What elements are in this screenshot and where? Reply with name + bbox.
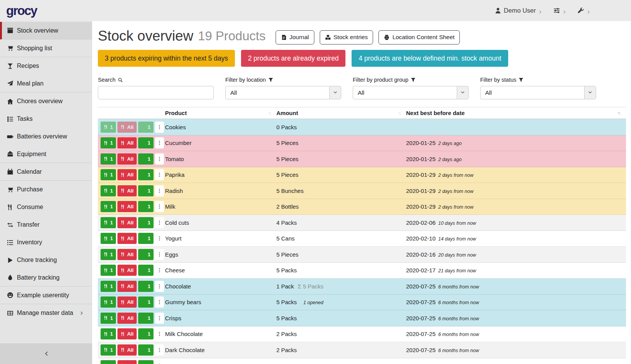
row-menu-button[interactable] (155, 233, 164, 244)
row-menu-button[interactable] (155, 153, 164, 165)
open-one-button[interactable]: 1 (138, 360, 154, 364)
consume-all-button[interactable]: All (117, 169, 137, 180)
location-select[interactable]: All (225, 86, 341, 99)
consume-all-button[interactable]: All (117, 153, 137, 165)
below-min-stock-banner[interactable]: 4 products are below defined min. stock … (352, 50, 508, 67)
row-menu-button[interactable] (155, 281, 164, 292)
sidebar-collapse-button[interactable] (0, 343, 92, 364)
sidebar-item-recipes[interactable]: Recipes (0, 57, 92, 75)
open-one-button[interactable]: 1 (138, 296, 154, 308)
search-input[interactable] (98, 86, 214, 99)
sidebar-item-chore-tracking[interactable]: Chore tracking (0, 251, 92, 269)
open-one-button[interactable]: 1 (138, 313, 154, 324)
sidebar-item-batteries-overview[interactable]: Batteries overview (0, 128, 92, 145)
open-one-button[interactable]: 1 (138, 233, 154, 244)
user-menu[interactable]: Demo User (495, 7, 543, 14)
expired-banner[interactable]: 2 products are already expired (241, 50, 345, 67)
sidebar-item-shopping-list[interactable]: Shopping list (0, 40, 92, 57)
row-menu-button[interactable] (155, 328, 164, 339)
product-name: Chocolate (165, 283, 276, 290)
consume-one-button[interactable]: 1 (101, 201, 116, 212)
row-menu-button[interactable] (155, 360, 164, 364)
row-menu-button[interactable] (155, 122, 164, 133)
consume-one-button[interactable]: 1 (101, 313, 116, 324)
open-one-button[interactable]: 1 (138, 265, 154, 276)
consume-one-button[interactable]: 1 (101, 265, 116, 276)
open-one-button[interactable]: 1 (138, 281, 154, 292)
consume-all-button[interactable]: All (117, 137, 137, 148)
best-before-column-header[interactable]: Next best before date ↑↓ (406, 107, 626, 119)
open-one-button[interactable]: 1 (138, 201, 154, 212)
open-one-button[interactable]: 1 (138, 344, 154, 356)
product-group-select[interactable]: All (353, 86, 469, 99)
consume-one-button[interactable]: 1 (101, 153, 116, 165)
open-one-button[interactable]: 1 (138, 185, 154, 196)
consume-all-button[interactable]: All (117, 201, 137, 212)
sidebar-item-transfer[interactable]: Transfer (0, 216, 92, 234)
consume-one-button[interactable]: 1 (101, 249, 116, 260)
sidebar-item-manage-master-data[interactable]: Manage master data (0, 304, 92, 322)
open-one-button[interactable]: 1 (138, 169, 154, 180)
sidebar-item-purchase[interactable]: Purchase (0, 181, 92, 198)
consume-all-button[interactable]: All (117, 281, 137, 292)
consume-all-button[interactable]: All (117, 360, 137, 364)
consume-one-button[interactable]: 1 (101, 344, 116, 356)
consume-all-button[interactable]: All (117, 217, 137, 228)
consume-all-button[interactable]: All (117, 265, 137, 276)
status-select[interactable]: All (480, 86, 596, 99)
consume-one-button[interactable]: 1 (101, 328, 116, 339)
consume-one-button[interactable]: 1 (101, 217, 116, 228)
consume-all-button[interactable]: All (117, 296, 137, 308)
consume-one-button[interactable]: 1 (101, 122, 116, 133)
consume-all-button[interactable]: All (117, 185, 137, 196)
open-one-button[interactable]: 1 (138, 217, 154, 228)
consume-all-button[interactable]: All (117, 328, 137, 339)
settings-menu[interactable] (553, 7, 567, 14)
open-one-button[interactable]: 1 (138, 249, 154, 260)
row-menu-button[interactable] (155, 265, 164, 276)
stock-entries-button[interactable]: Stock entries (320, 30, 373, 44)
product-column-header[interactable]: Product ↑↓ (165, 107, 276, 119)
row-menu-button[interactable] (155, 137, 164, 148)
row-menu-button[interactable] (155, 296, 164, 308)
consume-one-button[interactable]: 1 (101, 296, 116, 308)
consume-one-button[interactable]: 1 (101, 281, 116, 292)
consume-one-button[interactable]: 1 (101, 185, 116, 196)
row-menu-button[interactable] (155, 313, 164, 324)
sidebar-item-tasks[interactable]: Tasks (0, 110, 92, 128)
consume-one-button[interactable]: 1 (101, 233, 116, 244)
consume-all-button[interactable]: All (117, 249, 137, 260)
sidebar-item-example-userentity[interactable]: Example userentity (0, 287, 92, 304)
row-menu-button[interactable] (155, 344, 164, 356)
consume-all-button[interactable]: All (117, 233, 137, 244)
open-one-button[interactable]: 1 (138, 153, 154, 165)
row-menu-button[interactable] (155, 185, 164, 196)
open-one-button[interactable]: 1 (138, 137, 154, 148)
amount-column-header[interactable]: Amount ↑↓ (276, 107, 406, 119)
sidebar-item-meal-plan[interactable]: Meal plan (0, 75, 92, 92)
sidebar-item-calendar[interactable]: Calendar (0, 163, 92, 181)
journal-button[interactable]: Journal (276, 30, 314, 44)
consume-one-button[interactable]: 1 (101, 169, 116, 180)
consume-one-button[interactable]: 1 (101, 360, 116, 364)
row-menu-button[interactable] (155, 169, 164, 180)
location-content-sheet-button[interactable]: Location Content Sheet (378, 30, 460, 44)
sidebar-item-stock-overview[interactable]: Stock overview (0, 22, 92, 40)
row-menu-button[interactable] (155, 217, 164, 228)
app-logo[interactable]: grocy (6, 3, 37, 18)
consume-all-button[interactable]: All (117, 344, 137, 356)
consume-all-button[interactable]: All (117, 313, 137, 324)
open-one-button[interactable]: 1 (138, 122, 154, 133)
consume-all-button[interactable]: All (117, 122, 137, 133)
sidebar-item-inventory[interactable]: Inventory (0, 234, 92, 251)
sidebar-item-chores-overview[interactable]: Chores overview (0, 92, 92, 110)
consume-one-button[interactable]: 1 (101, 137, 116, 148)
sidebar-item-equipment[interactable]: Equipment (0, 145, 92, 163)
row-menu-button[interactable] (155, 249, 164, 260)
row-menu-button[interactable] (155, 201, 164, 212)
expiring-banner[interactable]: 3 products expiring within the next 5 da… (98, 50, 235, 67)
sidebar-item-consume[interactable]: Consume (0, 198, 92, 216)
sidebar-item-battery-tracking[interactable]: Battery tracking (0, 269, 92, 287)
open-one-button[interactable]: 1 (138, 328, 154, 339)
admin-menu[interactable] (578, 7, 591, 14)
